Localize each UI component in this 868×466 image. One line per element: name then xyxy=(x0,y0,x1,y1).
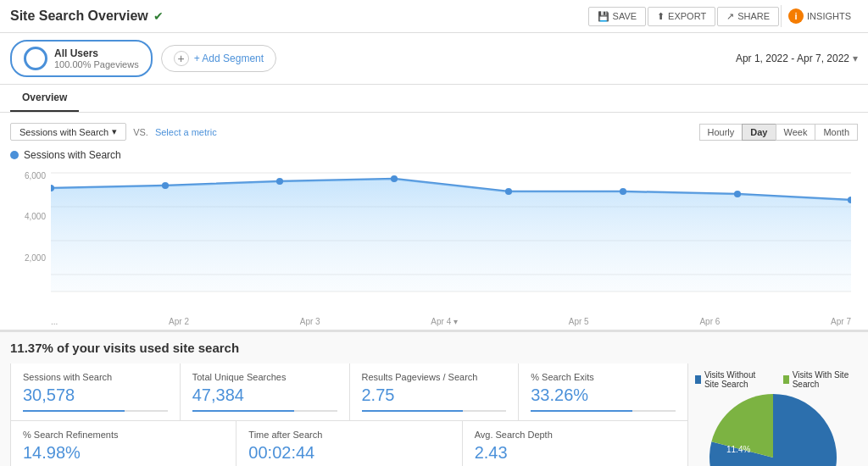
svg-point-10 xyxy=(620,188,626,195)
legend-dot-icon xyxy=(10,151,19,159)
stat-unique-searches: Total Unique Searches 47,384 xyxy=(181,363,350,421)
stats-grid-row1: Sessions with Search 30,578 Total Unique… xyxy=(10,363,688,421)
verified-icon: ✔ xyxy=(153,9,164,23)
chart-wrapper: 6,000 4,000 2,000 xyxy=(10,164,858,330)
stats-container: Sessions with Search 30,578 Total Unique… xyxy=(10,363,858,466)
header: Site Search Overview ✔ 💾 SAVE ⬆ EXPORT ↗… xyxy=(0,0,868,33)
y-label-4000: 4,000 xyxy=(10,212,46,221)
svg-point-11 xyxy=(734,191,741,197)
svg-point-7 xyxy=(276,178,283,185)
stat-avg-search-depth: Avg. Search Depth 2.43 xyxy=(463,421,688,466)
y-label-6000: 6,000 xyxy=(10,171,46,180)
all-users-segment[interactable]: All Users 100.00% Pageviews xyxy=(10,40,153,77)
metric-selector: Sessions with Search ▾ VS. Select a metr… xyxy=(10,123,217,141)
chart-controls: Sessions with Search ▾ VS. Select a metr… xyxy=(10,123,858,141)
stats-pie: Visits Without Site Search Visits With S… xyxy=(688,363,858,466)
pie-with-color-swatch xyxy=(783,375,789,384)
svg-point-8 xyxy=(391,175,398,182)
stat-search-exits: % Search Exits 33.26% xyxy=(519,363,688,421)
time-buttons: Hourly Day Week Month xyxy=(700,124,858,141)
x-label-apr6: Apr 6 xyxy=(699,317,720,326)
x-label-apr5: Apr 5 xyxy=(569,317,589,326)
time-btn-hourly[interactable]: Hourly xyxy=(699,124,743,141)
insights-icon: i xyxy=(788,8,804,24)
stat-bar xyxy=(531,410,676,412)
segment-left: All Users 100.00% Pageviews + + Add Segm… xyxy=(10,40,276,77)
metric-dropdown-icon: ▾ xyxy=(112,126,117,137)
stats-metrics: Sessions with Search 30,578 Total Unique… xyxy=(10,363,688,466)
date-range-arrow-icon: ▾ xyxy=(853,53,858,64)
svg-point-6 xyxy=(162,182,169,189)
time-btn-day[interactable]: Day xyxy=(742,124,776,141)
stat-bar xyxy=(23,410,168,412)
select-metric-link[interactable]: Select a metric xyxy=(155,127,217,137)
share-button[interactable]: ↗ SHARE xyxy=(717,7,779,26)
y-label-2000: 2,000 xyxy=(10,253,46,263)
pie-chart-svg xyxy=(709,394,837,466)
insights-button[interactable]: i INSIGHTS xyxy=(781,5,858,27)
pie-with-pct: 11.4% xyxy=(726,445,750,454)
x-label-apr2: Apr 2 xyxy=(169,317,189,326)
chart-legend: Sessions with Search xyxy=(10,149,858,161)
tabs-bar: Overview xyxy=(0,85,868,113)
add-segment-button[interactable]: + + Add Segment xyxy=(161,45,276,72)
pie-legend-without: Visits Without Site Search xyxy=(695,370,771,389)
header-actions: 💾 SAVE ⬆ EXPORT ↗ SHARE i INSIGHTS xyxy=(588,5,858,27)
page-title: Site Search Overview xyxy=(10,8,148,24)
save-icon: 💾 xyxy=(598,11,609,22)
stat-search-refinements: % Search Refinements 14.98% xyxy=(11,421,236,466)
stats-headline: 11.37% of your visits used site search xyxy=(10,341,858,355)
time-btn-month[interactable]: Month xyxy=(815,124,858,141)
stat-sessions-with-search: Sessions with Search 30,578 xyxy=(11,363,181,421)
pie-legend-with: Visits With Site Search xyxy=(783,370,851,389)
x-label-apr7: Apr 7 xyxy=(831,317,851,326)
time-btn-week[interactable]: Week xyxy=(776,124,816,141)
chart-section: Sessions with Search ▾ VS. Select a metr… xyxy=(0,113,868,330)
stat-bar xyxy=(362,410,507,412)
export-button[interactable]: ⬆ EXPORT xyxy=(648,7,715,26)
stats-section: 11.37% of your visits used site search S… xyxy=(0,330,868,466)
save-button[interactable]: 💾 SAVE xyxy=(588,7,647,26)
svg-point-9 xyxy=(505,188,512,195)
stat-bar xyxy=(192,410,337,412)
metric-dropdown-button[interactable]: Sessions with Search ▾ xyxy=(10,123,126,141)
x-label-start: ... xyxy=(51,317,58,326)
pie-legend: Visits Without Site Search Visits With S… xyxy=(695,370,851,389)
x-label-apr4: Apr 4 ▾ xyxy=(431,317,458,326)
stats-grid-row2: % Search Refinements 14.98% Time after S… xyxy=(10,421,688,466)
add-segment-icon: + xyxy=(174,51,189,66)
tab-overview[interactable]: Overview xyxy=(10,85,79,112)
stat-time-after-search: Time after Search 00:02:44 xyxy=(236,421,462,466)
date-range[interactable]: Apr 1, 2022 - Apr 7, 2022 ▾ xyxy=(736,53,858,64)
x-label-apr3: Apr 3 xyxy=(300,317,320,326)
share-icon: ↗ xyxy=(726,11,734,22)
stat-results-pageviews: Results Pageviews / Search 2.75 xyxy=(350,363,520,421)
header-left: Site Search Overview ✔ xyxy=(10,8,164,24)
segment-circle-icon xyxy=(24,47,47,70)
segment-info: All Users 100.00% Pageviews xyxy=(54,47,139,69)
chart-svg xyxy=(51,164,851,300)
segment-bar: All Users 100.00% Pageviews + + Add Segm… xyxy=(0,33,868,85)
export-icon: ⬆ xyxy=(657,11,665,22)
pie-without-color-swatch xyxy=(695,375,701,384)
